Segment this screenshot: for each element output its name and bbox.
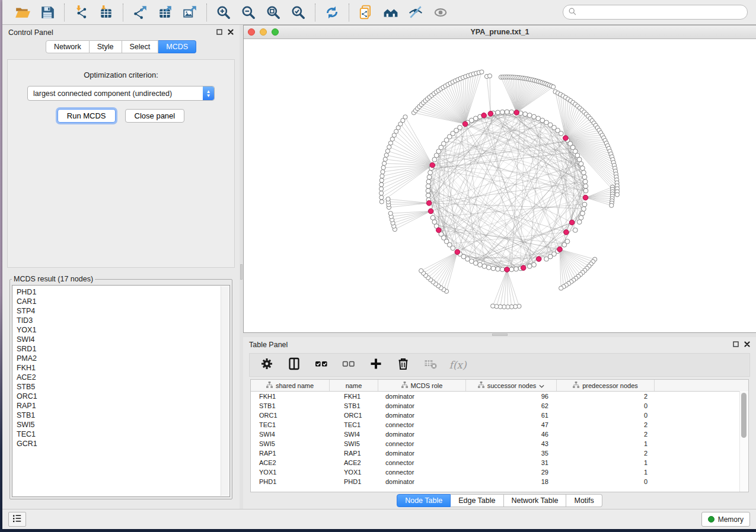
mcds-hub-node[interactable] (583, 195, 588, 200)
list-scrollbar[interactable] (221, 286, 229, 496)
delete-rows-button[interactable] (395, 357, 411, 373)
scrollbar-thumb[interactable] (741, 393, 747, 438)
tab-select[interactable]: Select (122, 40, 159, 53)
table-scrollbar[interactable] (739, 391, 748, 492)
mcds-hub-node[interactable] (557, 247, 563, 252)
tab-network-table[interactable]: Network Table (504, 494, 567, 507)
save-button[interactable] (39, 4, 56, 21)
open-button[interactable] (14, 4, 31, 21)
float-panel-icon[interactable] (216, 28, 222, 37)
tab-node-table[interactable]: Node Table (397, 494, 451, 507)
tab-edge-table[interactable]: Edge Table (451, 494, 503, 507)
horizontal-splitter[interactable] (243, 333, 756, 337)
mcds-result-item[interactable]: CAR1 (17, 297, 229, 306)
show-all-button[interactable] (432, 4, 449, 21)
mcds-result-item[interactable]: ORC1 (17, 392, 229, 401)
table-row[interactable]: TEC1TEC1connector472 (251, 420, 748, 430)
tab-style[interactable]: Style (90, 40, 122, 53)
network-window-titlebar[interactable]: YPA_prune.txt_1 (244, 25, 756, 39)
column-header-successor-nodes[interactable]: successor nodes (466, 380, 557, 391)
mcds-hub-node[interactable] (462, 121, 468, 127)
column-header-shared-name[interactable]: shared name (251, 380, 330, 391)
select-all-button[interactable] (314, 357, 329, 373)
close-panel-icon[interactable] (744, 341, 750, 349)
mcds-result-item[interactable]: TEC1 (17, 430, 229, 439)
mcds-result-item[interactable]: YOX1 (17, 325, 229, 335)
mcds-hub-node[interactable] (563, 136, 569, 141)
table-row[interactable]: YOX1YOX1connector291 (251, 467, 748, 477)
mcds-hub-node[interactable] (514, 110, 519, 116)
table-row[interactable]: PHD1PHD1dominator180 (251, 477, 748, 486)
zoom-fit-button[interactable] (264, 4, 282, 21)
mcds-result-item[interactable]: RAP1 (17, 401, 229, 411)
mcds-result-list[interactable]: PHD1CAR1STP4TID3YOX1SWI4SRD1PMA2FKH1ACE2… (12, 285, 230, 497)
float-panel-icon[interactable] (733, 341, 739, 349)
criterion-select[interactable]: largest connected component (undirected)… (27, 86, 215, 101)
export-table-button[interactable] (156, 4, 174, 21)
export-network-button[interactable] (131, 4, 149, 21)
import-network-button[interactable] (72, 4, 90, 21)
table-row[interactable]: SWI4SWI4dominator462 (251, 430, 748, 439)
settings-button[interactable] (259, 357, 275, 373)
table-row[interactable]: RAP1RAP1dominator352 (251, 448, 748, 458)
mcds-result-item[interactable]: SWI4 (17, 335, 229, 344)
mcds-result-item[interactable]: SWI5 (17, 420, 229, 430)
unselect-all-button[interactable] (341, 357, 356, 373)
tab-network[interactable]: Network (46, 40, 90, 53)
new-network-from-selection-button[interactable] (357, 4, 375, 21)
zoom-window-icon[interactable] (272, 28, 279, 36)
hide-selected-button[interactable] (407, 4, 425, 21)
close-panel-icon[interactable] (228, 28, 234, 37)
mcds-hub-node[interactable] (536, 257, 541, 262)
tab-motifs[interactable]: Motifs (566, 494, 602, 507)
zoom-selected-button[interactable] (289, 4, 307, 21)
search-input[interactable] (579, 8, 743, 17)
splitter-handle[interactable] (240, 264, 243, 280)
table-row[interactable]: ORC1ORC1dominator610 (251, 411, 748, 420)
table-row[interactable]: SWI5SWI5connector431 (251, 439, 748, 448)
close-window-icon[interactable] (248, 28, 255, 36)
zoom-out-button[interactable] (240, 4, 257, 21)
column-header-MCDS-role[interactable]: MCDS role (378, 380, 466, 391)
mcds-hub-node[interactable] (436, 227, 442, 233)
table-row[interactable]: FKH1FKH1dominator962 (251, 392, 748, 401)
table-row[interactable]: ACE2ACE2connector311 (251, 458, 748, 467)
mcds-result-item[interactable]: STB5 (17, 382, 229, 392)
export-image-button[interactable] (181, 4, 199, 21)
import-table-button[interactable] (97, 4, 115, 21)
mcds-hub-node[interactable] (569, 220, 575, 225)
show-columns-button[interactable] (286, 357, 302, 373)
mcds-result-item[interactable]: PHD1 (17, 287, 229, 297)
mcds-result-item[interactable]: STP4 (17, 306, 229, 316)
mcds-hub-node[interactable] (428, 209, 433, 214)
mcds-result-item[interactable]: FKH1 (17, 363, 229, 373)
mcds-hub-node[interactable] (455, 249, 460, 255)
mcds-result-item[interactable]: STB1 (17, 411, 229, 420)
vertical-splitter[interactable] (240, 25, 243, 509)
minimize-window-icon[interactable] (260, 28, 267, 36)
search-box[interactable] (563, 5, 748, 20)
add-row-button[interactable] (368, 357, 384, 373)
mcds-result-item[interactable]: TID3 (17, 316, 229, 325)
first-neighbors-button[interactable] (382, 4, 400, 21)
refresh-button[interactable] (323, 4, 341, 21)
sort-indicator-icon[interactable] (539, 382, 544, 389)
mcds-hub-node[interactable] (505, 267, 510, 273)
mcds-hub-node[interactable] (481, 113, 487, 118)
task-history-button[interactable] (8, 512, 26, 527)
network-canvas[interactable] (244, 39, 756, 332)
mcds-result-item[interactable]: PMA2 (17, 354, 229, 363)
mcds-result-item[interactable]: GCR1 (17, 439, 229, 448)
run-mcds-button[interactable]: Run MCDS (58, 109, 116, 123)
node-table[interactable]: shared namenameMCDS rolesuccessor nodesp… (250, 379, 749, 492)
memory-button[interactable]: Memory (701, 512, 750, 527)
zoom-in-button[interactable] (215, 4, 232, 21)
splitter-handle[interactable] (492, 334, 508, 336)
mcds-hub-node[interactable] (488, 111, 493, 117)
mcds-result-item[interactable]: SRD1 (17, 344, 229, 354)
column-header-predecessor-nodes[interactable]: predecessor nodes (557, 380, 655, 391)
table-row[interactable]: STB1STB1dominator620 (251, 401, 748, 411)
close-panel-button[interactable]: Close panel (125, 109, 185, 123)
tab-mcds[interactable]: MCDS (158, 40, 196, 53)
mcds-hub-node[interactable] (426, 201, 432, 206)
